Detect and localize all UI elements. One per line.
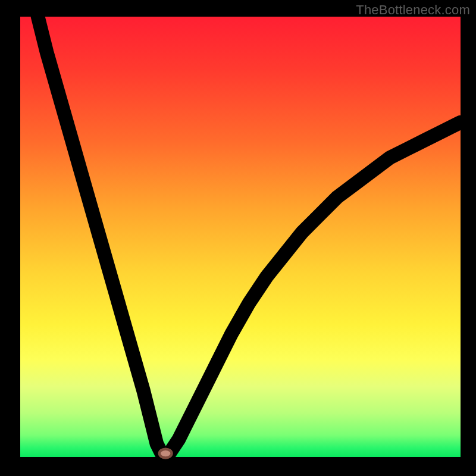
- chart-frame: TheBottleneck.com: [0, 0, 476, 476]
- watermark-text: TheBottleneck.com: [356, 2, 470, 18]
- minimum-marker: [159, 449, 172, 458]
- plot-area: [20, 17, 461, 457]
- chart-svg: [20, 17, 461, 457]
- bottleneck-curve: [38, 17, 461, 457]
